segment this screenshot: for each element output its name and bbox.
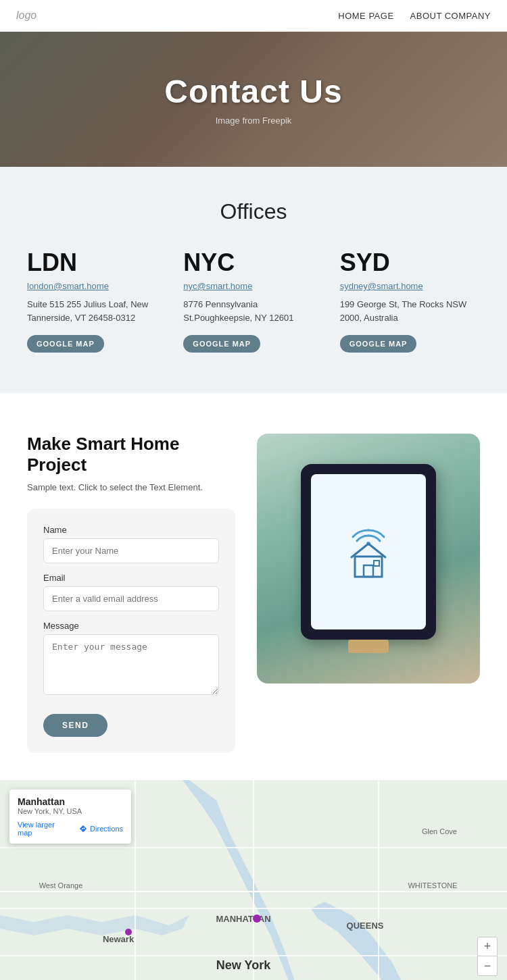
office-address-ldn: Suite 515 255 Julius Loaf, New Tannersid… <box>27 298 167 324</box>
hero-subtitle: Image from Freepik <box>164 115 342 126</box>
email-group: Email <box>43 573 219 611</box>
smart-home-inner: Make Smart Home Project Sample text. Cli… <box>27 434 480 753</box>
map-section: New York MANHATTAN Newark QUEENS BROOKLY… <box>0 780 507 980</box>
office-card-ldn: LDN london@smart.home Suite 515 255 Juli… <box>27 249 167 353</box>
view-larger-map-link[interactable]: View larger map <box>18 821 71 837</box>
hero-section: Contact Us Image from Freepik <box>0 32 507 167</box>
name-input[interactable] <box>43 538 219 563</box>
svg-text:Newark: Newark <box>103 934 135 944</box>
map-popup: Manhattan New York, NY, USA View larger … <box>9 790 131 844</box>
hero-content: Contact Us Image from Freepik <box>164 73 342 126</box>
offices-heading: Offices <box>27 199 480 224</box>
logo: logo <box>16 9 37 22</box>
email-input[interactable] <box>43 586 219 611</box>
svg-text:Glen Cove: Glen Cove <box>422 827 457 835</box>
smart-home-section: Make Smart Home Project Sample text. Cli… <box>0 393 507 780</box>
smart-home-right <box>257 434 480 684</box>
svg-point-23 <box>125 929 132 935</box>
nav-links: HOME PAGE ABOUT COMPANY <box>338 11 491 21</box>
offices-section: Offices LDN london@smart.home Suite 515 … <box>0 167 507 393</box>
email-label: Email <box>43 573 219 583</box>
smart-home-icon <box>335 518 402 586</box>
map-popup-city: Manhattan <box>18 796 123 807</box>
message-label: Message <box>43 621 219 631</box>
office-card-nyc: NYC nyc@smart.home 8776 Pennsylvania St.… <box>183 249 323 353</box>
svg-rect-2 <box>364 565 373 577</box>
svg-text:MANHATTAN: MANHATTAN <box>216 914 270 924</box>
tablet-screen <box>311 474 426 629</box>
office-map-btn-ldn[interactable]: GOOGLE MAP <box>27 335 104 353</box>
message-group: Message <box>43 621 219 698</box>
map-zoom-controls: + − <box>477 937 498 976</box>
zoom-in-button[interactable]: + <box>478 937 497 956</box>
contact-form: Name Email Message SEND <box>27 509 235 753</box>
zoom-out-button[interactable]: − <box>478 956 497 975</box>
office-address-nyc: 8776 Pennsylvania St.Poughkeepsie, NY 12… <box>183 298 323 324</box>
nav-about[interactable]: ABOUT COMPANY <box>410 11 491 21</box>
svg-text:New York: New York <box>216 958 271 972</box>
name-label: Name <box>43 525 219 535</box>
svg-text:WHITESTONE: WHITESTONE <box>408 881 457 889</box>
navbar: logo HOME PAGE ABOUT COMPANY <box>0 0 507 32</box>
send-button[interactable]: SEND <box>43 714 107 737</box>
smart-home-image <box>257 434 480 684</box>
svg-point-22 <box>253 914 261 923</box>
svg-text:QUEENS: QUEENS <box>347 921 384 931</box>
map-popup-region: New York, NY, USA <box>18 807 123 815</box>
office-email-syd[interactable]: sydney@smart.home <box>340 281 480 291</box>
office-city-nyc: NYC <box>183 249 323 277</box>
smart-home-desc: Sample text. Click to select the Text El… <box>27 482 235 492</box>
office-city-ldn: LDN <box>27 249 167 277</box>
map-popup-actions: View larger map Directions <box>18 821 123 837</box>
directions-label: Directions <box>90 825 123 833</box>
svg-text:West Orange: West Orange <box>39 881 83 889</box>
smart-home-left: Make Smart Home Project Sample text. Cli… <box>27 434 235 753</box>
directions-button[interactable]: Directions <box>79 825 123 833</box>
name-group: Name <box>43 525 219 563</box>
smart-home-title: Make Smart Home Project <box>27 434 235 475</box>
tablet-illustration <box>301 464 436 640</box>
office-email-nyc[interactable]: nyc@smart.home <box>183 281 323 291</box>
office-map-btn-syd[interactable]: GOOGLE MAP <box>340 335 417 353</box>
office-card-syd: SYD sydney@smart.home 199 George St, The… <box>340 249 480 353</box>
office-map-btn-nyc[interactable]: GOOGLE MAP <box>183 335 260 353</box>
tablet-stand <box>348 640 389 653</box>
svg-rect-3 <box>374 561 379 566</box>
office-address-syd: 199 George St, The Rocks NSW 2000, Austr… <box>340 298 480 324</box>
hero-title: Contact Us <box>164 73 342 110</box>
nav-home[interactable]: HOME PAGE <box>338 11 393 21</box>
office-city-syd: SYD <box>340 249 480 277</box>
offices-grid: LDN london@smart.home Suite 515 255 Juli… <box>27 249 480 353</box>
directions-icon <box>79 825 87 833</box>
office-email-ldn[interactable]: london@smart.home <box>27 281 167 291</box>
message-textarea[interactable] <box>43 634 219 695</box>
